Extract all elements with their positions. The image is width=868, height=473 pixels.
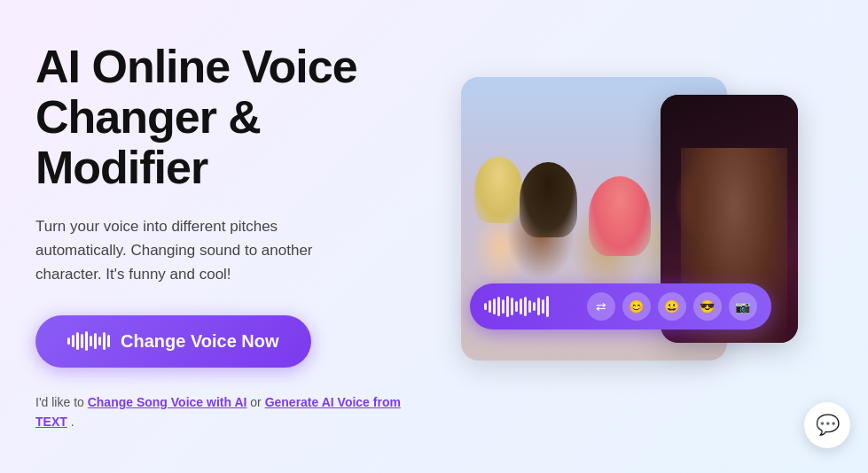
bottom-middle: or [250,395,264,409]
wave-line-5 [502,299,504,314]
main-container: AI Online Voice Changer & Modifier Turn … [0,0,868,473]
camera-icon-circle[interactable]: 📷 [729,292,757,321]
chat-icon: 💬 [816,414,840,437]
emoji-icon-2-circle[interactable]: 😀 [658,292,686,321]
wave-line-2 [489,300,491,313]
wave-line-6 [506,296,509,317]
chat-bubble[interactable]: 💬 [804,402,850,448]
emoji-icon-3: 😎 [700,299,715,314]
emoji-icon-3-circle[interactable]: 😎 [693,292,722,321]
waveform-bar: ⇄ 😊 😀 😎 📷 [470,283,771,330]
link-change-song[interactable]: Change Song Voice with AI [88,395,247,409]
right-section: ⇄ 😊 😀 😎 📷 [443,35,815,438]
bottom-prefix: I'd like to [35,395,88,409]
wave-line-15 [546,296,549,317]
bottom-suffix: . [71,415,74,429]
wave-line-13 [537,298,540,315]
emoji-icon-1-circle[interactable]: 😊 [622,292,651,321]
camera-icon: 📷 [735,299,750,314]
image-stack: ⇄ 😊 😀 😎 📷 [461,68,798,405]
left-section: AI Online Voice Changer & Modifier Turn … [35,42,443,432]
wave-line-4 [497,297,500,316]
person-pink [589,176,651,256]
wave-line-3 [493,299,496,314]
emoji-icon-2: 😀 [664,299,679,314]
swap-icon-circle[interactable]: ⇄ [587,292,615,321]
wave-line-10 [524,297,527,316]
wave-line-9 [520,299,522,314]
headline: AI Online Voice Changer & Modifier [35,42,426,194]
bottom-text: I'd like to Change Song Voice with AI or… [35,392,426,432]
person-blonde [474,157,523,223]
wave-line-14 [542,299,544,314]
person-dark [520,162,577,237]
headline-line2: Changer & [35,91,261,143]
wave-line-7 [511,298,513,315]
swap-icon: ⇄ [596,299,606,314]
wave-lines [484,296,580,317]
wave-line-12 [533,302,536,311]
subtitle: Turn your voice into different pitches a… [35,214,372,287]
wave-line-8 [515,301,518,312]
wave-line-1 [484,303,487,310]
change-voice-button[interactable]: Change Voice Now [35,315,311,368]
headline-line1: AI Online Voice [35,41,357,92]
emoji-icon-1: 😊 [629,299,644,314]
headline-line3: Modifier [35,142,207,193]
wave-line-11 [528,300,531,313]
cta-label: Change Voice Now [121,331,279,352]
waveform-icon [67,331,110,351]
